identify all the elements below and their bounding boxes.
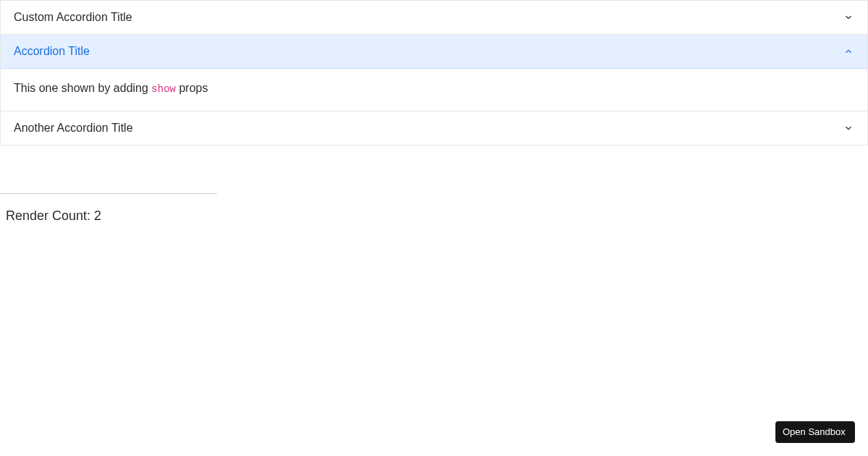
accordion-title: Accordion Title xyxy=(14,45,90,58)
render-count: Render Count: 2 xyxy=(0,194,868,238)
chevron-down-icon xyxy=(843,12,854,23)
accordion-body-code: show xyxy=(151,83,176,95)
accordion-header-another[interactable]: Another Accordion Title xyxy=(1,111,867,145)
accordion-container: Custom Accordion Title Accordion Title T… xyxy=(0,0,868,145)
accordion-body: This one shown by adding show props xyxy=(1,69,867,111)
accordion-item: Accordion Title This one shown by adding… xyxy=(1,35,867,111)
open-sandbox-button[interactable]: Open Sandbox xyxy=(775,421,855,443)
accordion-header-custom[interactable]: Custom Accordion Title xyxy=(1,1,867,34)
render-count-value: 2 xyxy=(94,208,101,223)
accordion-title: Custom Accordion Title xyxy=(14,11,132,24)
accordion-body-text-suffix: props xyxy=(176,82,208,94)
render-count-label: Render Count: xyxy=(6,208,94,223)
chevron-down-icon xyxy=(843,122,854,134)
chevron-up-icon xyxy=(843,46,854,57)
accordion-header-main[interactable]: Accordion Title xyxy=(1,35,867,69)
accordion-item: Another Accordion Title xyxy=(1,111,867,145)
accordion-title: Another Accordion Title xyxy=(14,122,133,135)
accordion-item: Custom Accordion Title xyxy=(1,1,867,35)
accordion-body-text-prefix: This one shown by adding xyxy=(14,82,151,94)
